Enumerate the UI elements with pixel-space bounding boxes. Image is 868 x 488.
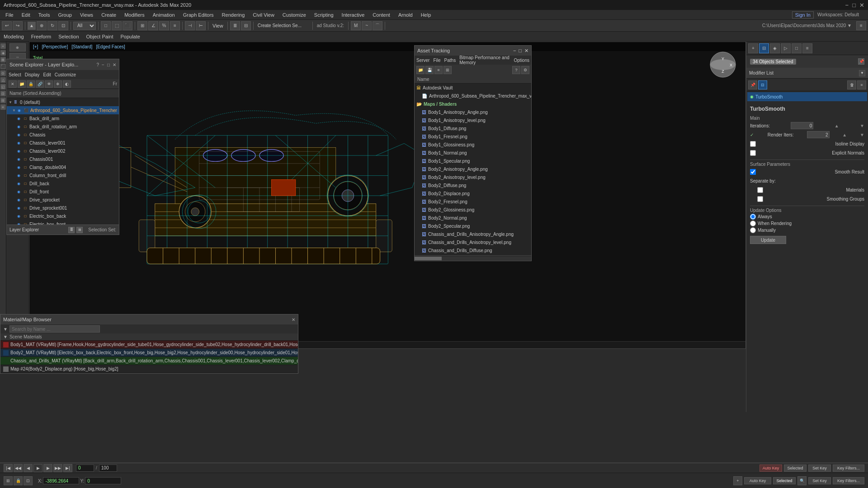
- rp-modify-icon active[interactable]: ⊟: [759, 43, 769, 53]
- scene-explorer-tree[interactable]: ▼ ≣ 0 (default) ▼ ◉ ⬛ Arthropod_600_Subs…: [7, 98, 119, 225]
- ts-iter-input[interactable]: [791, 122, 813, 129]
- auto-key-btn[interactable]: Auto Key: [760, 465, 782, 472]
- asset-tracking-titlebar[interactable]: Asset Tracking − □ ✕: [415, 46, 531, 56]
- nav-step-next[interactable]: ▶: [43, 464, 52, 472]
- nav-prev[interactable]: ◀◀: [14, 464, 23, 472]
- layer-exp-btn1[interactable]: ≣: [68, 227, 75, 233]
- more-btn[interactable]: ≡: [856, 21, 866, 30]
- tree-item-7[interactable]: ◉ □ Column_front_drill: [7, 171, 119, 179]
- mat-item-3[interactable]: Map #24(Body2_Displace.png) [Hose_big,Ho…: [0, 365, 298, 373]
- rp-create-icon[interactable]: +: [748, 43, 758, 53]
- mirror-btn[interactable]: ⊣: [185, 21, 195, 30]
- left-icon-7[interactable]: ◱: [0, 84, 6, 89]
- subtb-selection[interactable]: Selection: [58, 34, 79, 39]
- exp-tb-freeze[interactable]: ❄: [54, 80, 62, 88]
- tree-item-11[interactable]: ◉ □ Drive_sprocket001: [7, 204, 119, 212]
- select-btn[interactable]: ▲: [28, 22, 36, 30]
- rotate-btn[interactable]: ↻: [47, 21, 57, 30]
- at-tex-14[interactable]: 🖼 Body2_Specular.png: [415, 222, 531, 230]
- at-tb-1[interactable]: 📁: [416, 66, 425, 74]
- exp-menu-display[interactable]: Display: [25, 72, 40, 77]
- at-tex-7[interactable]: 🖼 Body2_Anisotropy_Angle.png: [415, 165, 531, 173]
- tree-item-4[interactable]: ◉ □ Chassis_lever002: [7, 147, 119, 155]
- sign-in[interactable]: Sign In: [792, 11, 814, 19]
- scene-explorer-help[interactable]: ?: [97, 62, 99, 67]
- at-tex-0[interactable]: 🖼 Body1_Anisotropy_Angle.png: [415, 108, 531, 116]
- exp-menu-customize[interactable]: Customize: [55, 72, 76, 77]
- vp-tag-perspective[interactable]: [Perspective]: [42, 44, 68, 49]
- at-tex-16[interactable]: 🖼 Chassis_and_Drills_Anisotropy_level.pn…: [415, 238, 531, 246]
- ts-update-btn[interactable]: Update: [750, 236, 786, 244]
- vp-tag-plus[interactable]: [+]: [33, 44, 38, 49]
- exp-tb-folder[interactable]: 📁: [18, 80, 26, 88]
- nav-end[interactable]: ▶|: [63, 464, 72, 472]
- left-icon-6[interactable]: △: [0, 77, 6, 83]
- rp-hierarchy-icon[interactable]: ◈: [770, 43, 780, 53]
- tree-item-1[interactable]: ◉ □ Back_drill_rotation_arm: [7, 122, 119, 131]
- scene-explorer-close[interactable]: ✕: [113, 62, 116, 67]
- at-tex-15[interactable]: 🖼 Chassis_and_Drills_Anisotropy_Angle.pn…: [415, 230, 531, 238]
- curve-editor-btn[interactable]: ⌒: [373, 21, 382, 30]
- align-btn[interactable]: ⊢: [196, 21, 206, 30]
- vp-tag-edged[interactable]: [Edged Faces]: [96, 44, 125, 49]
- left-icon-3[interactable]: ⊞: [0, 57, 6, 62]
- menu-edit[interactable]: Edit: [18, 11, 34, 19]
- vp-tag-standard[interactable]: [Standard]: [71, 44, 92, 49]
- rp-display-icon[interactable]: □: [792, 43, 802, 53]
- filter-dropdown[interactable]: All: [73, 22, 96, 30]
- tree-item-6[interactable]: ◉ □ Clamp_double004: [7, 163, 119, 171]
- lp2-icon-1[interactable]: ⊕: [9, 43, 26, 52]
- at-menu-file[interactable]: File: [433, 58, 440, 63]
- scale-btn[interactable]: ⊡: [58, 21, 68, 30]
- at-tex-1[interactable]: 🖼 Body1_Anisotropy_level.png: [415, 116, 531, 124]
- set-key-btn2[interactable]: Set Key: [808, 477, 831, 484]
- percent-snap-btn[interactable]: %: [159, 21, 169, 30]
- at-menu-server[interactable]: Server: [416, 58, 429, 63]
- rp-pin-btn[interactable]: 📌: [858, 58, 864, 65]
- mat-close-btn[interactable]: ✕: [292, 317, 295, 322]
- tree-item-8[interactable]: ◉ □ Drill_back: [7, 179, 119, 188]
- at-tex-10[interactable]: 🖼 Body2_Displace.png: [415, 189, 531, 197]
- nav-step-prev[interactable]: ◀: [24, 464, 33, 472]
- scene-explorer-minimize[interactable]: −: [102, 62, 104, 67]
- x-value[interactable]: -3896.2664: [43, 477, 79, 484]
- exp-tb-x[interactable]: ✕: [9, 80, 17, 88]
- menu-help[interactable]: Help: [417, 11, 435, 19]
- at-tex-17[interactable]: 🖼 Chassis_and_Drills_Diffuse.png: [415, 246, 531, 254]
- menu-create[interactable]: Create: [98, 11, 120, 19]
- mod-configure-btn[interactable]: ≡: [857, 80, 866, 89]
- rp-motion-icon[interactable]: ▷: [781, 43, 791, 53]
- at-tex-6[interactable]: 🖼 Body1_Specular.png: [415, 157, 531, 165]
- nav-play[interactable]: ▶: [33, 464, 42, 472]
- scene-explorer-maximize[interactable]: □: [107, 62, 110, 67]
- search-btn[interactable]: 🔍: [797, 476, 807, 485]
- left-icon-5[interactable]: ⊙: [0, 70, 6, 76]
- main-viewport[interactable]: [+] [Perspective] [Standard] [Edged Face…: [29, 42, 746, 349]
- menu-customize[interactable]: Customize: [279, 11, 310, 19]
- tree-item-arthropod[interactable]: ▼ ◉ ⬛ Arthropod_600_Subsea_Pipeline_Tren…: [7, 106, 119, 114]
- ts-render-input[interactable]: [807, 131, 830, 138]
- material-btn[interactable]: M: [351, 21, 361, 30]
- left-icon-2[interactable]: ◈: [0, 50, 6, 56]
- menu-file[interactable]: File: [2, 11, 17, 19]
- menu-group[interactable]: Group: [54, 11, 75, 19]
- layer-exp-btn2[interactable]: ⊞: [76, 227, 83, 233]
- at-tex-9[interactable]: 🖼 Body2_Diffuse.png: [415, 181, 531, 189]
- subtb-objectpaint[interactable]: Object Paint: [86, 34, 113, 39]
- at-tree[interactable]: 🏛 Autodesk Vault 📄 Arthropod_600_Subsea_…: [415, 84, 531, 255]
- at-tex-13[interactable]: 🖼 Body2_Normal.png: [415, 214, 531, 222]
- ts-explicit-cb[interactable]: [750, 150, 756, 156]
- menu-modifiers[interactable]: Modifiers: [121, 11, 148, 19]
- snap-toggle-btn[interactable]: ⊞: [137, 21, 147, 30]
- minimize-btn[interactable]: −: [845, 2, 849, 9]
- left-icon-4[interactable]: ⬛: [0, 64, 6, 69]
- at-vault[interactable]: 🏛 Autodesk Vault: [415, 84, 531, 92]
- at-tb-help[interactable]: ?: [512, 66, 520, 74]
- at-tb-4[interactable]: ⊞: [443, 66, 452, 74]
- close-btn[interactable]: ✕: [859, 2, 864, 9]
- menu-arnold[interactable]: Arnold: [395, 11, 416, 19]
- menu-content[interactable]: Content: [369, 11, 394, 19]
- exp-menu-edit[interactable]: Edit: [43, 72, 51, 77]
- y-value[interactable]: 0: [85, 477, 121, 484]
- menu-views[interactable]: Views: [76, 11, 97, 19]
